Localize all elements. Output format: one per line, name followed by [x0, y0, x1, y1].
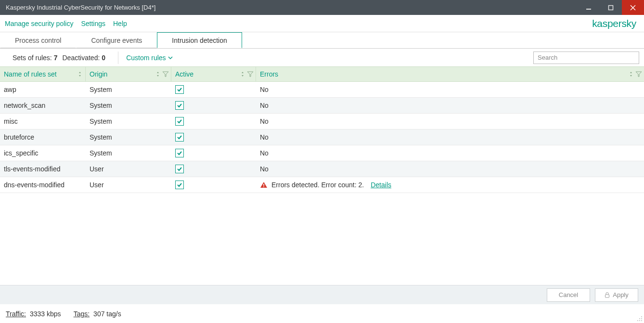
- column-origin[interactable]: Origin: [86, 67, 171, 81]
- cell-origin: System: [86, 86, 171, 93]
- column-errors[interactable]: Errors: [256, 67, 644, 81]
- custom-rules-dropdown[interactable]: Custom rules: [126, 54, 172, 62]
- svg-rect-4: [263, 184, 264, 186]
- cell-errors: Errors detected. Error count: 2.Details: [256, 181, 644, 189]
- table-row[interactable]: tls-events-modifiedUserNo: [0, 161, 644, 177]
- menu-settings[interactable]: Settings: [81, 20, 105, 27]
- table-row[interactable]: network_scanSystemNo: [0, 98, 644, 114]
- active-checkbox[interactable]: [175, 101, 184, 110]
- cell-origin: System: [86, 133, 171, 141]
- details-link[interactable]: Details: [371, 181, 391, 189]
- table-row[interactable]: awpSystemNo: [0, 82, 644, 98]
- kaspersky-logo: kaspersky: [592, 18, 636, 29]
- column-active-label: Active: [175, 70, 193, 78]
- status-bar: Traffic: 3333 kbps Tags: 307 tag/s: [0, 305, 644, 323]
- svg-point-7: [641, 316, 642, 317]
- sets-label: Sets of rules:: [13, 54, 52, 62]
- cell-active: [171, 101, 256, 110]
- table-body: awpSystemNonetwork_scanSystemNomiscSyste…: [0, 82, 644, 193]
- table-row[interactable]: bruteforceSystemNo: [0, 129, 644, 145]
- search-input[interactable]: [533, 52, 639, 64]
- cell-errors: No: [256, 165, 644, 173]
- tags-value: 307 tag/s: [93, 310, 121, 318]
- cell-errors: No: [256, 133, 644, 141]
- tab-process-control[interactable]: Process control: [0, 32, 76, 48]
- lock-icon: [605, 292, 610, 298]
- active-checkbox[interactable]: [175, 85, 184, 94]
- menu-bar: Manage security policy Settings Help kas…: [0, 15, 644, 32]
- active-checkbox[interactable]: [175, 181, 184, 189]
- apply-button[interactable]: Apply: [595, 288, 638, 302]
- cell-name: tls-events-modified: [0, 165, 86, 173]
- apply-label: Apply: [613, 291, 629, 298]
- sets-count: 7: [54, 54, 58, 62]
- cell-name: network_scan: [0, 102, 86, 109]
- cell-active: [171, 117, 256, 126]
- svg-rect-5: [263, 186, 264, 187]
- active-checkbox[interactable]: [175, 149, 184, 157]
- table-row[interactable]: dns-events-modifiedUserErrors detected. …: [0, 177, 644, 193]
- sort-icon: [630, 71, 634, 77]
- checkmark-icon: [177, 182, 182, 188]
- cell-active: [171, 133, 256, 142]
- cell-active: [171, 165, 256, 173]
- filter-icon: [247, 71, 254, 77]
- table-row[interactable]: miscSystemNo: [0, 114, 644, 129]
- cell-name: bruteforce: [0, 133, 86, 141]
- cell-errors: No: [256, 149, 644, 157]
- cancel-label: Cancel: [559, 291, 578, 298]
- resize-grip-icon: [637, 316, 643, 322]
- checkmark-icon: [177, 166, 182, 172]
- svg-rect-1: [609, 5, 613, 10]
- tab-intrusion-detection[interactable]: Intrusion detection: [157, 32, 242, 48]
- cell-origin: System: [86, 102, 171, 109]
- filter-icon: [635, 71, 642, 77]
- window-title: Kaspersky Industrial CyberSecurity for N…: [6, 4, 578, 11]
- svg-rect-6: [605, 295, 609, 297]
- maximize-button[interactable]: [600, 0, 622, 15]
- svg-line-2: [631, 5, 635, 10]
- sort-icon: [78, 71, 83, 77]
- warning-icon: [260, 181, 268, 188]
- svg-point-12: [641, 320, 642, 321]
- column-origin-label: Origin: [90, 70, 107, 78]
- svg-point-11: [639, 320, 640, 321]
- column-name[interactable]: Name of rules set: [0, 67, 86, 81]
- maximize-icon: [608, 5, 614, 11]
- checkmark-icon: [177, 134, 182, 140]
- menu-manage-policy[interactable]: Manage security policy: [5, 20, 73, 27]
- menu-help[interactable]: Help: [113, 20, 127, 27]
- checkmark-icon: [177, 87, 182, 92]
- cell-origin: System: [86, 117, 171, 125]
- tags-label[interactable]: Tags:: [74, 310, 90, 318]
- chevron-down-icon: [168, 55, 173, 60]
- svg-point-10: [637, 320, 638, 321]
- column-active[interactable]: Active: [171, 67, 256, 81]
- traffic-label[interactable]: Traffic:: [6, 310, 26, 318]
- cell-name: awp: [0, 86, 86, 93]
- svg-line-3: [631, 5, 635, 10]
- column-errors-label: Errors: [260, 70, 278, 78]
- active-checkbox[interactable]: [175, 117, 184, 126]
- cell-name: misc: [0, 117, 86, 125]
- checkmark-icon: [177, 118, 182, 124]
- cell-errors: No: [256, 86, 644, 93]
- cancel-button[interactable]: Cancel: [547, 288, 590, 302]
- active-checkbox[interactable]: [175, 165, 184, 173]
- minimize-button[interactable]: [578, 0, 600, 15]
- tab-configure-events[interactable]: Configure events: [76, 32, 157, 48]
- tab-bar: Process control Configure events Intrusi…: [0, 32, 644, 48]
- column-name-label: Name of rules set: [4, 70, 57, 78]
- cell-name: ics_specific: [0, 149, 86, 157]
- table-row[interactable]: ics_specificSystemNo: [0, 145, 644, 161]
- active-checkbox[interactable]: [175, 133, 184, 142]
- minimize-icon: [586, 5, 592, 11]
- checkmark-icon: [177, 150, 182, 156]
- traffic-value: 3333 kbps: [30, 310, 61, 318]
- deactivated-count: 0: [102, 54, 105, 62]
- action-bar: Cancel Apply: [0, 285, 644, 304]
- close-button[interactable]: [622, 0, 644, 15]
- cell-active: [171, 181, 256, 189]
- sort-icon: [241, 71, 246, 77]
- error-text: Errors detected. Error count: 2.: [271, 181, 364, 189]
